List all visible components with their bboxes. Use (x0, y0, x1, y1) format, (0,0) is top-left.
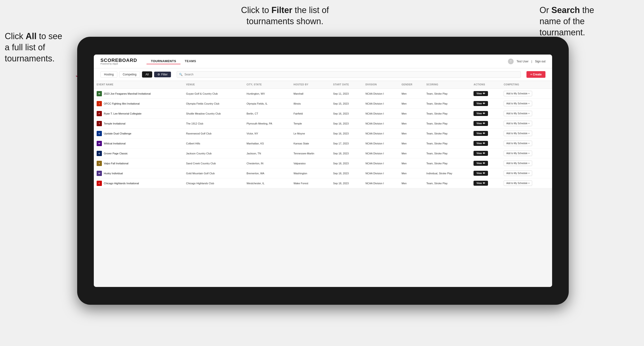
venue-cell: Gold Mountain Golf Club (183, 168, 244, 178)
sign-out-link[interactable]: Sign out (535, 60, 546, 63)
add-to-schedule-button[interactable]: Add to My Schedule + (504, 101, 532, 106)
add-to-schedule-button[interactable]: Add to My Schedule + (504, 141, 532, 146)
view-button[interactable]: View 👁 (474, 151, 488, 156)
add-to-schedule-button[interactable]: Add to My Schedule + (504, 91, 532, 96)
competing-cell: Add to My Schedule + (501, 109, 552, 119)
city-state-cell: Olympia Fields, IL (244, 99, 291, 109)
table-header-row: EVENT NAME VENUE CITY, STATE HOSTED BY S… (94, 81, 552, 88)
search-input[interactable] (177, 71, 521, 78)
event-name: Wildcat Invitational (104, 142, 126, 145)
team-logo: M (97, 91, 102, 96)
venue-cell: Olympia Fields Country Club (183, 99, 244, 109)
add-to-schedule-button[interactable]: Add to My Schedule + (504, 111, 532, 116)
hosted-by-cell: Tennessee-Martin (291, 149, 330, 159)
event-name: Chicago Highlands Invitational (104, 182, 139, 185)
view-button[interactable]: View 👁 (474, 111, 488, 116)
actions-cell: View 👁 (471, 129, 501, 139)
gender-cell: Men (399, 168, 424, 178)
col-hosted-by: HOSTED BY (291, 81, 330, 88)
venue-cell: Chicago Highlands Club (183, 178, 244, 188)
division-cell: NCAA Division I (362, 139, 399, 149)
filter-bar: Hosting Competing All ⚙ Filter 🔍 + Creat… (94, 68, 552, 81)
nav-tab-tournaments[interactable]: TOURNAMENTS (146, 58, 180, 64)
scoring-cell: Team, Stroke Play (424, 149, 471, 159)
view-icon: 👁 (483, 122, 485, 125)
table-row: T Temple Invitational The 1912 Club Plym… (94, 119, 552, 129)
add-to-schedule-button[interactable]: Add to My Schedule + (504, 180, 532, 186)
view-icon: 👁 (483, 92, 485, 95)
event-name-cell: V Valpo Fall Invitational (94, 159, 183, 168)
hosted-by-cell: Washington (291, 168, 330, 178)
event-name-cell: U Upstate Dual Challenge (94, 129, 183, 139)
view-button[interactable]: View 👁 (474, 161, 488, 166)
table-row: C Chicago Highlands Invitational Chicago… (94, 178, 552, 188)
view-icon: 👁 (483, 102, 485, 105)
division-cell: NCAA Division I (362, 99, 399, 109)
view-button[interactable]: View 👁 (474, 181, 488, 186)
scoring-cell: Team, Stroke Play (424, 178, 471, 188)
start-date-cell: Sep 18, 2023 (330, 149, 362, 159)
division-cell: NCAA Division I (362, 109, 399, 119)
table-row: V Valpo Fall Invitational Sand Creek Cou… (94, 159, 552, 168)
view-button[interactable]: View 👁 (474, 141, 488, 146)
nav-tab-teams[interactable]: TEAMS (180, 58, 200, 64)
filter-button[interactable]: ⚙ Filter (154, 72, 171, 77)
add-to-schedule-button[interactable]: Add to My Schedule + (504, 161, 532, 166)
scoring-cell: Individual, Stroke Play (424, 168, 471, 178)
hosted-by-cell: Kansas State (291, 139, 330, 149)
create-button[interactable]: + Create (526, 71, 546, 78)
team-logo: I (97, 101, 102, 106)
competing-button[interactable]: Competing (119, 71, 140, 78)
all-button[interactable]: All (142, 71, 152, 78)
start-date-cell: Sep 16, 2023 (330, 109, 362, 119)
view-icon: 👁 (483, 142, 485, 145)
view-button[interactable]: View 👁 (474, 131, 488, 136)
table-row: M 2023 Joe Feaganes Marshall Invitationa… (94, 88, 552, 99)
col-gender: GENDER (399, 81, 424, 88)
annotation-filter: Click to Filter the list oftournaments s… (226, 5, 344, 27)
event-name-cell: M 2023 Joe Feaganes Marshall Invitationa… (94, 88, 183, 99)
venue-cell: Shuttle Meadow Country Club (183, 109, 244, 119)
hosted-by-cell: Fairfield (291, 109, 330, 119)
add-to-schedule-button[interactable]: Add to My Schedule + (504, 121, 532, 126)
filter-label: Filter (161, 73, 168, 76)
venue-cell: Ravenwood Golf Club (183, 129, 244, 139)
city-state-cell: Manhattan, KS (244, 139, 291, 149)
app-header: SCOREBOARD Powered by clippd TOURNAMENTS… (94, 54, 552, 68)
view-button[interactable]: View 👁 (474, 171, 488, 176)
actions-cell: View 👁 (471, 178, 501, 188)
division-cell: NCAA Division I (362, 178, 399, 188)
view-icon: 👁 (483, 172, 485, 174)
event-name-cell: I OFCC Fighting Illini Invitational (94, 99, 183, 109)
add-to-schedule-button[interactable]: Add to My Schedule + (504, 151, 532, 156)
add-to-schedule-button[interactable]: Add to My Schedule + (504, 171, 532, 176)
event-name-cell: C Chicago Highlands Invitational (94, 178, 183, 188)
search-box: 🔍 (177, 71, 521, 78)
col-competing: COMPETING (501, 81, 552, 88)
gender-cell: Men (399, 99, 424, 109)
event-name-cell: W Husky Individual (94, 168, 183, 178)
view-button[interactable]: View 👁 (474, 91, 488, 96)
actions-cell: View 👁 (471, 139, 501, 149)
start-date-cell: Sep 16, 2023 (330, 129, 362, 139)
city-state-cell: Westchester, IL (244, 178, 291, 188)
venue-cell: Jackson Country Club (183, 149, 244, 159)
view-button[interactable]: View 👁 (474, 101, 488, 106)
division-cell: NCAA Division I (362, 159, 399, 168)
hosted-by-cell: Marshall (291, 88, 330, 99)
view-icon: 👁 (483, 152, 485, 155)
team-logo: T (97, 121, 102, 126)
city-state-cell: Chesterton, IN (244, 159, 291, 168)
add-to-schedule-button[interactable]: Add to My Schedule + (504, 131, 532, 136)
team-logo: U (97, 131, 102, 136)
start-date-cell: Sep 15, 2023 (330, 99, 362, 109)
logo-area: SCOREBOARD Powered by clippd (100, 58, 137, 65)
hosting-button[interactable]: Hosting (100, 71, 117, 78)
user-avatar: T (508, 59, 514, 64)
divider: | (532, 60, 532, 63)
annotation-all: Click All to seea full list oftournament… (5, 31, 81, 64)
actions-cell: View 👁 (471, 149, 501, 159)
division-cell: NCAA Division I (362, 88, 399, 99)
table-row: W Husky Individual Gold Mountain Golf Cl… (94, 168, 552, 178)
view-button[interactable]: View 👁 (474, 121, 488, 126)
